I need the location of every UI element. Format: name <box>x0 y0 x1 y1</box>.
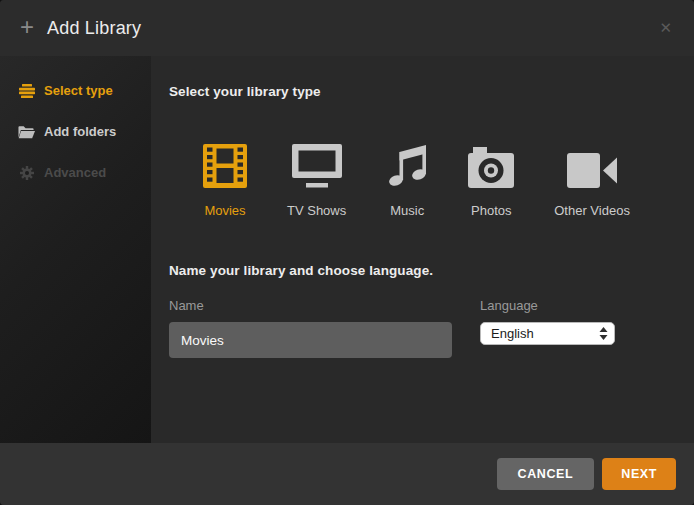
type-lines-icon <box>18 84 35 98</box>
tv-icon <box>291 142 343 188</box>
close-icon[interactable]: ✕ <box>655 15 676 41</box>
video-camera-icon <box>567 142 617 188</box>
dialog-sidebar: Select type Add folders <box>0 56 151 443</box>
dialog-title: Add Library <box>47 18 141 39</box>
camera-icon <box>468 142 514 188</box>
library-form-row: Name Language English <box>169 298 676 358</box>
library-type-row: Movies TV Shows <box>169 142 676 218</box>
library-type-label: Music <box>390 203 424 218</box>
library-type-label: Other Videos <box>554 203 630 218</box>
type-section-heading: Select your library type <box>169 84 676 99</box>
library-type-label: Movies <box>204 203 245 218</box>
dialog-content: Select your library type <box>151 56 694 443</box>
gear-icon <box>18 166 35 180</box>
library-type-tv-shows[interactable]: TV Shows <box>287 142 346 218</box>
select-stepper-icon <box>599 327 608 340</box>
film-strip-icon <box>203 142 247 188</box>
language-select-value: English <box>491 326 599 341</box>
language-field-label: Language <box>480 298 615 313</box>
sidebar-item-advanced[interactable]: Advanced <box>0 152 151 193</box>
plus-icon: + <box>20 15 34 39</box>
dialog-footer: CANCEL NEXT <box>0 443 694 505</box>
library-type-label: Photos <box>471 203 511 218</box>
library-type-photos[interactable]: Photos <box>468 142 514 218</box>
sidebar-item-select-type[interactable]: Select type <box>0 70 151 111</box>
sidebar-item-add-folders[interactable]: Add folders <box>0 111 151 152</box>
sidebar-item-label: Select type <box>44 83 113 98</box>
add-library-dialog: + Add Library ✕ Select type <box>0 0 694 505</box>
open-folder-icon <box>18 125 35 139</box>
library-type-other-videos[interactable]: Other Videos <box>554 142 630 218</box>
library-type-label: TV Shows <box>287 203 346 218</box>
library-name-input[interactable] <box>169 322 452 358</box>
next-button[interactable]: NEXT <box>602 458 676 490</box>
sidebar-item-label: Add folders <box>44 124 116 139</box>
language-select[interactable]: English <box>480 322 615 345</box>
name-section-heading: Name your library and choose language. <box>169 263 676 278</box>
library-type-movies[interactable]: Movies <box>203 142 247 218</box>
music-notes-icon <box>386 142 428 188</box>
dialog-header: + Add Library ✕ <box>0 0 694 56</box>
library-type-music[interactable]: Music <box>386 142 428 218</box>
sidebar-item-label: Advanced <box>44 165 106 180</box>
cancel-button[interactable]: CANCEL <box>497 458 595 490</box>
name-field-label: Name <box>169 298 452 313</box>
